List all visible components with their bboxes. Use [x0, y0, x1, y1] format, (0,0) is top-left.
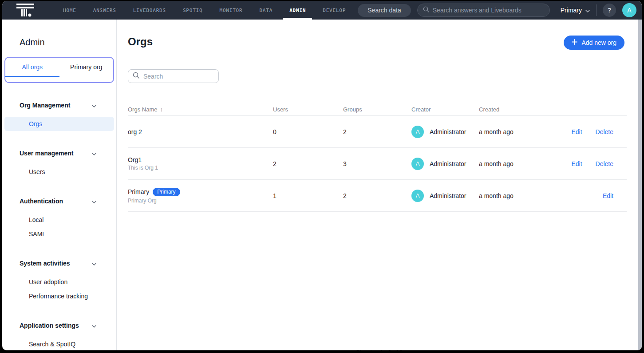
search-data-button[interactable]: Search data — [358, 4, 411, 17]
org-name-cell: Org1This is Org 1 — [128, 156, 273, 171]
chevron-down-icon — [92, 197, 96, 205]
column-header-label: Orgs Name — [128, 106, 157, 113]
creator-avatar: A — [411, 158, 424, 170]
org-switcher-dropdown[interactable]: Primary — [561, 7, 590, 14]
sidebar-section-header-application-settings[interactable]: Application settings — [2, 321, 116, 330]
help-button[interactable]: ? — [603, 4, 616, 17]
org-scope-tabs: All orgs Primary org — [4, 57, 114, 83]
nav-item-spotiq[interactable]: SPOTIQ — [174, 1, 211, 20]
sidebar-item-local[interactable]: Local — [4, 213, 114, 227]
user-avatar[interactable]: A — [622, 3, 636, 17]
creator-avatar: A — [411, 126, 424, 138]
row-actions: EditDelete — [556, 128, 627, 135]
org-name-cell: org 2 — [128, 128, 273, 135]
sidebar-item-search-spotiq[interactable]: Search & SpotIQ — [4, 337, 114, 350]
column-header-groups[interactable]: Groups — [343, 106, 411, 113]
nav-item-home[interactable]: HOME — [55, 1, 85, 20]
creator-name: Administrator — [430, 192, 466, 199]
sidebar-section-header-user-management[interactable]: User management — [2, 149, 116, 158]
table-row[interactable]: org 202AAdministratora month agoEditDele… — [128, 116, 627, 148]
column-header-label: Creator — [411, 106, 431, 113]
search-icon — [133, 72, 139, 80]
pagination-text: Showing 1 - 3 of 3 — [356, 349, 403, 350]
org-name-cell: PrimaryPrimaryPrimary Org — [128, 188, 273, 204]
sidebar-sections: Org ManagementOrgsUser managementUsersAu… — [2, 101, 116, 350]
chevron-down-icon — [92, 149, 96, 157]
thoughtspot-logo-icon[interactable] — [16, 3, 35, 18]
created-date: a month ago — [479, 192, 556, 199]
chevron-down-icon — [92, 101, 96, 109]
orgs-search[interactable] — [128, 69, 219, 83]
sidebar-section-header-authentication[interactable]: Authentication — [2, 197, 116, 206]
sidebar-item-label: Users — [29, 168, 45, 175]
page-title: Orgs — [128, 36, 153, 48]
global-search-input[interactable] — [433, 7, 544, 14]
nav-divider — [596, 4, 597, 16]
sidebar-item-performance-tracking[interactable]: Performance tracking — [4, 289, 114, 303]
creator-name: Administrator — [430, 160, 466, 167]
sidebar-section-user-management: User managementUsers — [2, 149, 116, 179]
sidebar-item-label: Performance tracking — [29, 293, 88, 300]
sidebar-item-label: SAML — [29, 230, 46, 238]
creator-name: Administrator — [430, 128, 466, 135]
creator-cell: AAdministrator — [411, 190, 479, 202]
sidebar-section-header-org-management[interactable]: Org Management — [2, 101, 116, 110]
created-date: a month ago — [479, 160, 556, 167]
nav-right-group: Search data Primary ? A — [358, 3, 636, 17]
users-count: 0 — [273, 128, 343, 135]
delete-link[interactable]: Delete — [596, 128, 613, 135]
nav-item-monitor[interactable]: MONITOR — [211, 1, 251, 20]
column-header-creator[interactable]: Creator — [411, 106, 479, 113]
table-row[interactable]: Org1This is Org 123AAdministratora month… — [128, 148, 627, 180]
tab-all-orgs[interactable]: All orgs — [5, 58, 59, 76]
sidebar-item-saml[interactable]: SAML — [4, 227, 114, 241]
nav-item-admin[interactable]: ADMIN — [281, 1, 314, 20]
creator-cell: AAdministrator — [411, 126, 479, 138]
nav-item-liveboards[interactable]: LIVEBOARDS — [125, 1, 174, 20]
column-header-users[interactable]: Users — [273, 106, 343, 113]
edit-link[interactable]: Edit — [571, 160, 582, 167]
sidebar-item-users[interactable]: Users — [4, 165, 114, 179]
org-name-line: org 2 — [128, 128, 273, 135]
creator-avatar: A — [411, 190, 424, 202]
vertical-scrollbar[interactable] — [638, 20, 642, 350]
primary-nav: HOMEANSWERSLIVEBOARDSSPOTIQMONITORDATAAD… — [55, 1, 354, 20]
app: HOMEANSWERSLIVEBOARDSSPOTIQMONITORDATAAD… — [2, 1, 642, 350]
table-body: org 202AAdministratora month agoEditDele… — [128, 116, 627, 212]
groups-count: 2 — [343, 128, 411, 135]
table-header: Orgs Name↑UsersGroupsCreatorCreated — [128, 103, 627, 116]
add-new-org-button[interactable]: Add new org — [564, 36, 624, 50]
edit-link[interactable]: Edit — [571, 128, 582, 135]
global-search[interactable] — [417, 4, 550, 17]
search-icon — [423, 6, 429, 14]
add-new-org-label: Add new org — [581, 39, 616, 46]
table-row[interactable]: PrimaryPrimaryPrimary Org12AAdministrato… — [128, 180, 627, 212]
chevron-down-icon — [92, 259, 96, 267]
section-label: System activities — [20, 260, 92, 267]
nav-item-data[interactable]: DATA — [251, 1, 281, 20]
sidebar-section-org-management: Org ManagementOrgs — [2, 101, 116, 131]
sidebar-item-orgs[interactable]: Orgs — [4, 117, 114, 131]
sidebar-item-label: Search & SpotIQ — [29, 341, 75, 348]
chevron-down-icon — [92, 321, 96, 329]
groups-count: 3 — [343, 160, 411, 167]
column-header-orgs-name[interactable]: Orgs Name↑ — [128, 106, 273, 113]
delete-link[interactable]: Delete — [596, 160, 613, 167]
column-header-created[interactable]: Created — [479, 106, 556, 113]
sidebar-title: Admin — [2, 37, 116, 48]
org-description: This is Org 1 — [128, 165, 273, 171]
chevron-down-icon — [585, 7, 590, 14]
sidebar-item-label: Orgs — [29, 120, 42, 127]
tab-primary-org[interactable]: Primary org — [59, 58, 114, 76]
sidebar-section-header-system-activities[interactable]: System activities — [2, 259, 116, 268]
top-nav: HOMEANSWERSLIVEBOARDSSPOTIQMONITORDATAAD… — [2, 1, 642, 20]
users-count: 2 — [273, 160, 343, 167]
nav-item-develop[interactable]: DEVELOP — [314, 1, 354, 20]
edit-link[interactable]: Edit — [603, 192, 613, 199]
plus-icon — [572, 39, 577, 46]
sort-ascending-icon: ↑ — [160, 106, 163, 113]
orgs-search-input[interactable] — [143, 73, 214, 80]
org-name: Org1 — [128, 156, 142, 163]
sidebar-item-user-adoption[interactable]: User adoption — [4, 275, 114, 289]
nav-item-answers[interactable]: ANSWERS — [85, 1, 125, 20]
